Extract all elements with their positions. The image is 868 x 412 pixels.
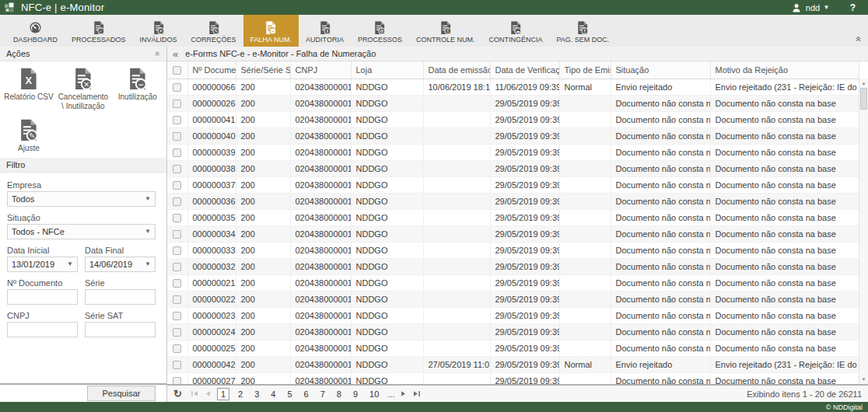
table-row[interactable]: 00000003820002043800000115NDDGO29/05/201…	[167, 160, 859, 176]
page-button-3[interactable]: 3	[251, 389, 262, 400]
table-row[interactable]: 00000002320002043800000115NDDGO29/05/201…	[167, 307, 859, 323]
toolbar-tab-pag-sem-doc[interactable]: !PAG. SEM DOC.	[549, 15, 616, 47]
row-checkbox[interactable]	[173, 197, 181, 206]
situacao-select[interactable]: Todos - NFCe ▼	[7, 224, 156, 239]
row-checkbox[interactable]	[173, 83, 181, 92]
row-checkbox[interactable]	[173, 295, 181, 304]
empresa-select[interactable]: Todos ▼	[7, 191, 156, 207]
row-checkbox[interactable]	[173, 181, 181, 190]
scroll-up-icon[interactable]: ▲	[859, 79, 868, 87]
row-checkbox[interactable]	[173, 246, 181, 255]
toolbar-tab-invalidos[interactable]: ✕INVÁLIDOS	[133, 15, 184, 47]
table-row[interactable]: 00000002520002043800000115NDDGO29/05/201…	[167, 340, 859, 356]
table-row[interactable]: 00000003620002043800000115NDDGO29/05/201…	[167, 193, 859, 209]
row-checkbox[interactable]	[173, 312, 181, 320]
column-header-cnpj[interactable]: CNPJ	[290, 61, 351, 79]
page-button-7[interactable]: 7	[317, 389, 328, 400]
toolbar-tab-controle-num[interactable]: !CONTROLE NUM.	[409, 15, 482, 47]
toolbar-tab-contingencia[interactable]: ☁CONTINGÊNCIA	[481, 15, 549, 47]
table-row[interactable]: 00000002220002043800000115NDDGO29/05/201…	[167, 291, 859, 307]
table-row[interactable]: 00000002720002043800000115NDDGO29/05/201…	[167, 372, 859, 384]
column-header-motivo-da-rejeicao[interactable]: Motivo da Rejeição	[710, 61, 859, 79]
row-checkbox[interactable]	[173, 263, 181, 271]
page-button-2[interactable]: 2	[235, 389, 246, 400]
toolbar-collapse-icon[interactable]: «	[854, 37, 865, 42]
table-row[interactable]: 00000002620002043800000115NDDGO29/05/201…	[167, 95, 859, 111]
table-row[interactable]: 00000004020002043800000115NDDGO29/05/201…	[167, 127, 859, 144]
row-checkbox[interactable]	[173, 328, 181, 337]
row-checkbox[interactable]	[173, 100, 181, 108]
action-inutilizacao[interactable]: −Inutilização	[110, 68, 165, 111]
row-checkbox[interactable]	[173, 132, 181, 141]
row-checkbox[interactable]	[173, 214, 181, 222]
column-header-situacao[interactable]: Situação	[611, 61, 710, 79]
column-header-data-de-verificacao[interactable]: Data de Verificação	[490, 61, 559, 79]
pager-first-button[interactable]	[191, 390, 199, 397]
table-row[interactable]: 00000003220002043800000115NDDGO29/05/201…	[167, 258, 859, 274]
pesquisar-button[interactable]: Pesquisar	[87, 386, 156, 401]
action-cancelamento-inutilizacao[interactable]: ✕Cancelamento \ Inutilização	[56, 68, 110, 111]
row-checkbox[interactable]	[173, 344, 181, 353]
action-ajuste[interactable]: ✎Ajuste	[2, 119, 56, 153]
table-row[interactable]: 00000003320002043800000115NDDGO29/05/201…	[167, 242, 859, 258]
column-header-loja[interactable]: Loja	[351, 61, 423, 79]
data-inicial-picker[interactable]: 13/01/2019 ▼	[7, 257, 78, 272]
action-relatorio-csv[interactable]: XRelatório CSV	[2, 68, 56, 111]
table-row[interactable]: 00000003720002043800000115NDDGO29/05/201…	[167, 176, 859, 193]
toolbar-tab-processos[interactable]: ⚙PROCESSOS	[351, 15, 409, 47]
column-header-tipo-de-emissao[interactable]: Tipo de Emissão	[559, 61, 611, 79]
page-button-8[interactable]: 8	[334, 389, 345, 400]
refresh-icon[interactable]: ↻	[173, 388, 182, 400]
toolbar-tab-falha-num[interactable]: −FALHA NUM.	[243, 15, 299, 47]
chevron-down-icon[interactable]: ▾	[824, 4, 828, 11]
table-cell: Documento não consta na base	[710, 144, 859, 160]
toolbar-tab-correcoes[interactable]: ✎CORREÇÕES	[184, 15, 243, 47]
serie-sat-input[interactable]	[85, 322, 156, 337]
page-button-10[interactable]: 10	[366, 389, 382, 400]
page-button-9[interactable]: 9	[350, 389, 361, 400]
help-button[interactable]: ?	[850, 2, 856, 13]
row-checkbox-cell	[167, 111, 187, 127]
table-row[interactable]: 00000003420002043800000115NDDGO29/05/201…	[167, 225, 859, 242]
toolbar-tab-dashboard[interactable]: DASHBOARD	[6, 15, 65, 47]
row-checkbox[interactable]	[173, 230, 181, 239]
table-row[interactable]: 00000002120002043800000115NDDGO29/05/201…	[167, 274, 859, 291]
row-checkbox[interactable]	[173, 148, 181, 157]
table-row[interactable]: 00000004120002043800000115NDDGO29/05/201…	[167, 111, 859, 127]
pager-last-button[interactable]	[412, 390, 421, 397]
table-row[interactable]: 00000004220002043800000115NDDGO27/05/201…	[167, 356, 859, 372]
toolbar-tab-auditoria[interactable]: iAUDITORIA	[299, 15, 351, 47]
row-checkbox[interactable]	[173, 377, 181, 384]
documento-input[interactable]	[7, 289, 78, 305]
cnpj-input[interactable]	[7, 322, 78, 337]
row-checkbox[interactable]	[173, 279, 181, 288]
table-row[interactable]: 00000006620002043800000115NDDGO10/06/201…	[167, 79, 859, 95]
table-row[interactable]: 00000002420002043800000115NDDGO29/05/201…	[167, 323, 859, 340]
scrollbar-thumb[interactable]	[860, 88, 867, 110]
row-checkbox[interactable]	[173, 165, 181, 173]
collapse-sidebar-icon[interactable]: «	[173, 49, 178, 59]
row-checkbox[interactable]	[173, 361, 181, 369]
scroll-down-icon[interactable]: ▼	[859, 375, 868, 383]
select-all-checkbox[interactable]	[173, 66, 181, 75]
page-button-4[interactable]: 4	[268, 389, 278, 400]
table-row[interactable]: 00000003520002043800000115NDDGO29/05/201…	[167, 209, 859, 225]
serie-input[interactable]	[85, 289, 156, 305]
user-menu[interactable]: ndd	[806, 3, 820, 12]
pager-prev-button[interactable]	[205, 390, 212, 397]
data-final-picker[interactable]: 14/06/2019 ▼	[85, 257, 156, 272]
user-icon	[792, 3, 801, 12]
page-button-1[interactable]: 1	[217, 388, 229, 400]
pager-next-button[interactable]	[400, 390, 407, 397]
column-header-n-documento[interactable]: Nº Documento	[187, 61, 236, 79]
page-button-5[interactable]: 5	[284, 389, 295, 400]
row-checkbox[interactable]	[173, 116, 181, 124]
page-button-6[interactable]: 6	[301, 389, 312, 400]
column-header-data-de-emissao[interactable]: Data de emissão	[423, 61, 490, 79]
actions-collapse-icon[interactable]: «	[153, 51, 163, 56]
table-row[interactable]: 00000003920002043800000115NDDGO29/05/201…	[167, 144, 859, 160]
toolbar-tab-processados[interactable]: ✓PROCESSADOS	[65, 15, 133, 47]
column-header-serie-serie-sat[interactable]: Série/Série SAT	[236, 61, 290, 79]
vertical-scrollbar[interactable]: ▲ ▼	[859, 79, 868, 384]
table-cell: 29/05/2019 09:39:02	[490, 127, 559, 144]
